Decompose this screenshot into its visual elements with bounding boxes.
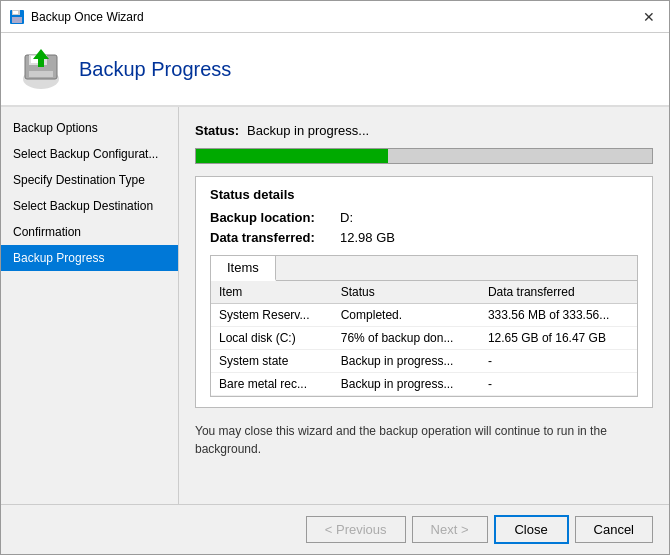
- col-header-status: Status: [333, 281, 480, 304]
- cancel-button[interactable]: Cancel: [575, 516, 653, 543]
- items-tab-container: Items Item Status Data transferred Syste…: [210, 255, 638, 397]
- button-bar: < Previous Next > Close Cancel: [1, 504, 669, 554]
- backup-location-label: Backup location:: [210, 210, 340, 225]
- status-details-title: Status details: [210, 187, 638, 202]
- wizard-header: Backup Progress: [1, 33, 669, 107]
- table-cell-item: System state: [211, 350, 333, 373]
- window-icon: [9, 9, 25, 25]
- items-table: Item Status Data transferred System Rese…: [211, 281, 637, 396]
- wizard-window: Backup Once Wizard ✕ Backup Progress Bac…: [0, 0, 670, 555]
- next-button[interactable]: Next >: [412, 516, 488, 543]
- table-cell-status: Backup in progress...: [333, 350, 480, 373]
- sidebar-item-specify-destination[interactable]: Specify Destination Type: [1, 167, 178, 193]
- main-panel: Status: Backup in progress... Status det…: [179, 107, 669, 504]
- col-header-data: Data transferred: [480, 281, 637, 304]
- table-cell-item: Bare metal rec...: [211, 373, 333, 396]
- table-row: System Reserv...Completed.333.56 MB of 3…: [211, 304, 637, 327]
- svg-rect-8: [29, 71, 53, 77]
- items-tab-header: Items: [211, 256, 637, 281]
- col-header-item: Item: [211, 281, 333, 304]
- status-label: Status:: [195, 123, 239, 138]
- table-cell-data: 12.65 GB of 16.47 GB: [480, 327, 637, 350]
- table-cell-data: -: [480, 350, 637, 373]
- table-header-row: Item Status Data transferred: [211, 281, 637, 304]
- data-transferred-row: Data transferred: 12.98 GB: [210, 230, 638, 245]
- sidebar-item-backup-options[interactable]: Backup Options: [1, 115, 178, 141]
- sidebar-item-confirmation[interactable]: Confirmation: [1, 219, 178, 245]
- table-cell-status: 76% of backup don...: [333, 327, 480, 350]
- svg-rect-3: [12, 17, 22, 23]
- status-value: Backup in progress...: [247, 123, 369, 138]
- table-row: Local disk (C:)76% of backup don...12.65…: [211, 327, 637, 350]
- data-transferred-label: Data transferred:: [210, 230, 340, 245]
- window-title: Backup Once Wizard: [31, 10, 637, 24]
- previous-button[interactable]: < Previous: [306, 516, 406, 543]
- table-row: System stateBackup in progress...-: [211, 350, 637, 373]
- table-cell-status: Completed.: [333, 304, 480, 327]
- close-window-button[interactable]: ✕: [637, 5, 661, 29]
- sidebar-item-select-destination[interactable]: Select Backup Destination: [1, 193, 178, 219]
- table-cell-data: 333.56 MB of 333.56...: [480, 304, 637, 327]
- status-row: Status: Backup in progress...: [195, 123, 653, 138]
- table-cell-item: System Reserv...: [211, 304, 333, 327]
- progress-bar-container: [195, 148, 653, 164]
- data-transferred-value: 12.98 GB: [340, 230, 395, 245]
- content-area: Backup Options Select Backup Configurat.…: [1, 107, 669, 504]
- progress-bar-fill: [196, 149, 388, 163]
- sidebar: Backup Options Select Backup Configurat.…: [1, 107, 179, 504]
- footer-note: You may close this wizard and the backup…: [195, 422, 653, 458]
- close-button[interactable]: Close: [494, 515, 569, 544]
- table-cell-data: -: [480, 373, 637, 396]
- table-cell-status: Backup in progress...: [333, 373, 480, 396]
- backup-location-value: D:: [340, 210, 353, 225]
- sidebar-item-select-backup-config[interactable]: Select Backup Configurat...: [1, 141, 178, 167]
- items-tab[interactable]: Items: [211, 256, 276, 281]
- backup-location-row: Backup location: D:: [210, 210, 638, 225]
- status-details-box: Status details Backup location: D: Data …: [195, 176, 653, 408]
- backup-icon: [17, 45, 65, 93]
- table-row: Bare metal rec...Backup in progress...-: [211, 373, 637, 396]
- wizard-title: Backup Progress: [79, 58, 231, 81]
- table-cell-item: Local disk (C:): [211, 327, 333, 350]
- svg-rect-2: [13, 11, 18, 14]
- sidebar-item-backup-progress[interactable]: Backup Progress: [1, 245, 178, 271]
- title-bar: Backup Once Wizard ✕: [1, 1, 669, 33]
